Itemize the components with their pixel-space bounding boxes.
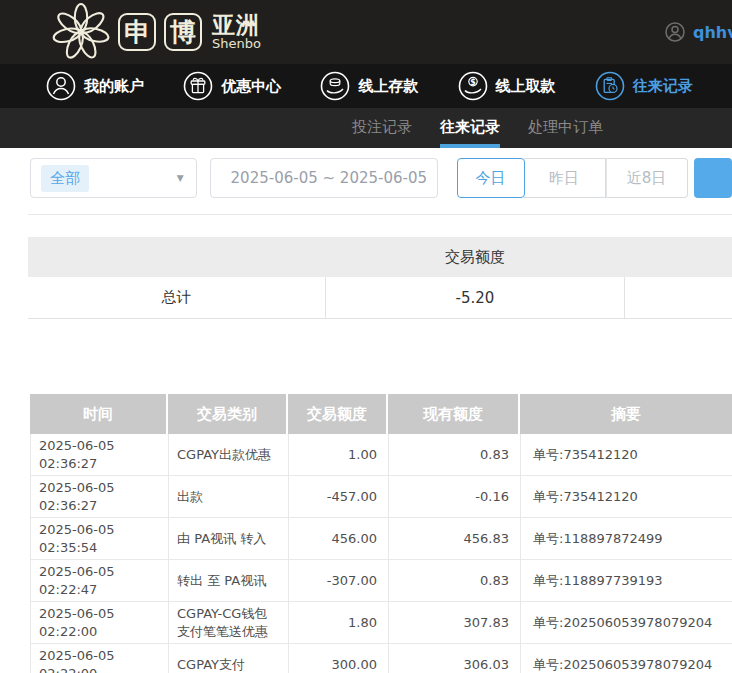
tab-betting-records[interactable]: 投注记录 (352, 108, 412, 148)
table-row: 2025-06-05 02:22:47 转出 至 PA视讯 -307.00 0.… (30, 560, 732, 602)
search-button[interactable] (694, 158, 732, 198)
gift-icon (183, 71, 213, 101)
cell-type: 转出 至 PA视讯 (169, 560, 289, 601)
cell-balance: 0.83 (389, 560, 521, 601)
top-header: 申 博 亚洲 Shenbo qhhv (0, 0, 732, 64)
account-menu[interactable]: qhhv (664, 0, 732, 64)
flower-logo-icon (52, 3, 110, 61)
tab-transaction-records[interactable]: 往来记录 (440, 108, 500, 148)
summary-header-row: 交易额度 (28, 237, 732, 277)
deposit-icon (320, 71, 350, 101)
cell-amount: 300.00 (289, 644, 389, 673)
cell-amount: 1.00 (289, 434, 389, 475)
nav-promotions[interactable]: 优惠中心 (183, 71, 320, 101)
col-header-balance: 现有额度 (388, 394, 520, 434)
cell-summary: 单号:202506053978079204 (521, 602, 732, 643)
today-button[interactable]: 今日 (457, 158, 525, 198)
cell-time: 2025-06-05 02:22:00 (31, 644, 169, 673)
cell-summary: 单号:118897872499 (521, 518, 732, 559)
username-text: qhhv (693, 23, 732, 42)
logo-subtitle-text: Shenbo (212, 37, 261, 51)
cell-type: 由 PA视讯 转入 (169, 518, 289, 559)
table-row: 2025-06-05 02:36:27 CGPAY出款优惠 1.00 0.83 … (30, 434, 732, 476)
cell-balance: 306.03 (389, 644, 521, 673)
cell-summary: 单号:118897739193 (521, 560, 732, 601)
user-avatar-icon (664, 21, 686, 43)
cell-type: CGPAY支付 (169, 644, 289, 673)
col-header-type: 交易类别 (168, 394, 288, 434)
cell-time: 2025-06-05 02:35:54 (31, 518, 169, 559)
nav-label: 往来记录 (633, 77, 693, 96)
nav-online-deposit[interactable]: 线上存款 (320, 71, 457, 101)
main-navigation: 我的账户 优惠中心 线上存款 $ 线上取款 (0, 64, 732, 108)
nav-transaction-records[interactable]: 往来记录 (595, 71, 732, 101)
withdraw-icon: $ (458, 71, 488, 101)
filter-bar: 全部 ▼ 2025-06-05 ~ 2025-06-05 今日 昨日 近8日 (30, 158, 732, 198)
chevron-down-icon: ▼ (177, 173, 184, 183)
cell-balance: -0.16 (389, 476, 521, 517)
last-8-days-button[interactable]: 近8日 (606, 158, 688, 198)
cell-time: 2025-06-05 02:22:00 (31, 602, 169, 643)
section-divider (28, 214, 732, 215)
nav-label: 优惠中心 (221, 77, 281, 96)
tab-pending-orders[interactable]: 处理中订单 (528, 108, 603, 148)
cell-balance: 0.83 (389, 434, 521, 475)
yesterday-button[interactable]: 昨日 (524, 158, 606, 198)
cell-balance: 307.83 (389, 602, 521, 643)
logo-char-bo: 博 (164, 13, 202, 51)
date-range-picker[interactable]: 2025-06-05 ~ 2025-06-05 (210, 158, 438, 198)
nav-online-withdraw[interactable]: $ 线上取款 (458, 71, 595, 101)
col-header-summary: 摘要 (520, 394, 732, 434)
table-row: 2025-06-05 02:22:00 CGPAY-CG钱包支付笔笔送优惠 1.… (30, 602, 732, 644)
summary-total-row: 总计 -5.20 (28, 277, 732, 319)
transactions-table: 时间 交易类别 交易额度 现有额度 摘要 2025-06-05 02:36:27… (30, 394, 732, 673)
cell-time: 2025-06-05 02:22:47 (31, 560, 169, 601)
nav-label: 线上存款 (358, 77, 418, 96)
cell-amount: -457.00 (289, 476, 389, 517)
cell-type: 出款 (169, 476, 289, 517)
brand-logo[interactable]: 申 博 亚洲 Shenbo (52, 3, 261, 61)
table-row: 2025-06-05 02:22:00 CGPAY支付 300.00 306.0… (30, 644, 732, 673)
summary-total-label: 总计 (28, 288, 325, 307)
logo-region-text: 亚洲 (212, 13, 261, 37)
nav-label: 线上取款 (496, 77, 556, 96)
user-icon (46, 71, 76, 101)
quick-date-buttons: 今日 昨日 近8日 (457, 158, 688, 198)
col-header-amount: 交易额度 (288, 394, 388, 434)
cell-time: 2025-06-05 02:36:27 (31, 476, 169, 517)
nav-label: 我的账户 (84, 77, 144, 96)
cell-amount: 456.00 (289, 518, 389, 559)
logo-char-shen: 申 (118, 13, 156, 51)
cell-summary: 单号:202506053978079204 (521, 644, 732, 673)
cell-balance: 456.83 (389, 518, 521, 559)
summary-total-value: -5.20 (325, 277, 625, 318)
cell-type: CGPAY出款优惠 (169, 434, 289, 475)
cell-amount: -307.00 (289, 560, 389, 601)
cell-type: CGPAY-CG钱包支付笔笔送优惠 (169, 602, 289, 643)
records-icon (595, 71, 625, 101)
cell-time: 2025-06-05 02:36:27 (31, 434, 169, 475)
summary-col-header: 交易额度 (325, 248, 625, 267)
type-filter-dropdown[interactable]: 全部 ▼ (30, 158, 197, 198)
type-filter-value: 全部 (41, 165, 89, 192)
summary-table: 交易额度 总计 -5.20 (28, 237, 732, 319)
logo-wordmark: 亚洲 Shenbo (212, 13, 261, 51)
record-tabs: 投注记录 往来记录 处理中订单 (0, 108, 732, 148)
date-range-value: 2025-06-05 ~ 2025-06-05 (231, 169, 427, 187)
col-header-time: 时间 (30, 394, 168, 434)
table-row: 2025-06-05 02:36:27 出款 -457.00 -0.16 单号:… (30, 476, 732, 518)
nav-my-account[interactable]: 我的账户 (46, 71, 183, 101)
svg-text:$: $ (470, 78, 476, 87)
cell-amount: 1.80 (289, 602, 389, 643)
table-header-row: 时间 交易类别 交易额度 现有额度 摘要 (30, 394, 732, 434)
cell-summary: 单号:735412120 (521, 476, 732, 517)
cell-summary: 单号:735412120 (521, 434, 732, 475)
table-row: 2025-06-05 02:35:54 由 PA视讯 转入 456.00 456… (30, 518, 732, 560)
